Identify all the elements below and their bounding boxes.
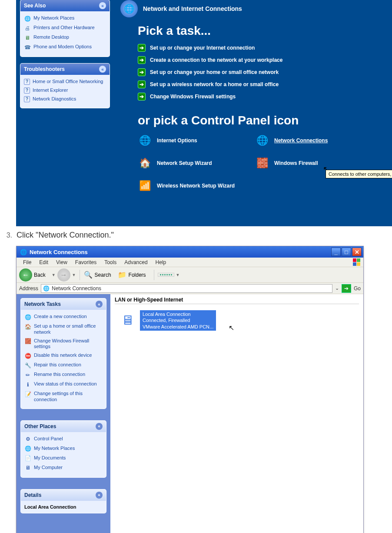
task-setup-home-office[interactable]: 🏠Set up a home or small office network — [24, 322, 103, 337]
other-places-header[interactable]: Other Places « — [21, 421, 106, 432]
home-network-icon: 🏠 — [24, 323, 31, 330]
settings-icon: 📝 — [24, 391, 31, 398]
menu-tools[interactable]: Tools — [100, 258, 120, 266]
control-panel-icons: 🌐Internet Options 🌐Network Connections 🏠… — [138, 134, 388, 193]
task-disable-device[interactable]: ⛔Disable this network device — [24, 351, 103, 361]
cp-internet-options[interactable]: 🌐Internet Options — [138, 134, 242, 147]
connection-item[interactable]: 🖥 Local Area Connection Connected, Firew… — [119, 310, 228, 331]
cp-windows-firewall[interactable]: 🧱Windows Firewall — [255, 156, 359, 170]
place-control-panel[interactable]: ⚙Control Panel — [24, 435, 103, 444]
link-home-office-networking[interactable]: ?Home or Small Office Networking — [24, 77, 106, 86]
task-home-office-network[interactable]: ➔Set up or change your home or small off… — [138, 68, 388, 76]
search-icon[interactable]: 🔍 — [83, 270, 93, 280]
connections-area[interactable]: LAN or High-Speed Internet 🖥 Local Area … — [110, 294, 363, 533]
window-title: Network Connections — [30, 249, 88, 255]
collapse-icon[interactable]: « — [96, 423, 103, 430]
menu-file[interactable]: File — [19, 258, 35, 266]
task-change-settings[interactable]: 📝Change settings of this connection — [24, 389, 103, 404]
link-printers-hardware[interactable]: 🖨Printers and Other Hardware — [24, 23, 106, 33]
menu-view[interactable]: View — [52, 258, 71, 266]
repair-icon: 🔧 — [24, 362, 31, 369]
address-bar: Address 🌐 Network Connections ⌄ ➔ Go — [17, 283, 363, 294]
step-number: 3. — [0, 231, 12, 239]
menubar: File Edit View Favorites Tools Advanced … — [17, 258, 363, 267]
menu-help[interactable]: Help — [152, 258, 170, 266]
or-pick-heading: or pick a Control Panel icon — [138, 114, 388, 127]
category-title: Network and Internet Connections — [143, 5, 242, 12]
task-repair-connection[interactable]: 🔧Repair this connection — [24, 361, 103, 370]
address-dropdown-icon[interactable]: ⌄ — [335, 285, 339, 291]
task-workplace-connection[interactable]: ➔Create a connection to the network at y… — [138, 56, 388, 64]
views-button[interactable] — [158, 273, 174, 277]
search-label[interactable]: Search — [95, 272, 111, 278]
troubleshooters-header[interactable]: Troubleshooters « — [20, 64, 110, 75]
forward-dropdown-icon[interactable]: ▼ — [72, 273, 76, 277]
phone-icon: ☎ — [24, 44, 31, 51]
back-dropdown-icon[interactable]: ▼ — [52, 273, 56, 277]
task-rename-connection[interactable]: ✏Rename this connection — [24, 370, 103, 380]
collapse-icon[interactable]: « — [99, 66, 106, 73]
link-network-diagnostics[interactable]: ?Network Diagnostics — [24, 95, 106, 104]
troubleshooters-title: Troubleshooters — [24, 66, 65, 72]
views-dropdown-icon[interactable]: ▼ — [176, 273, 180, 277]
titlebar[interactable]: 🌐 Network Connections _ □ ✕ — [17, 246, 363, 258]
address-label: Address — [19, 285, 38, 292]
network-tasks-header[interactable]: Network Tasks « — [21, 298, 106, 310]
cp-wireless-wizard[interactable]: 📶Wireless Network Setup Wizard — [138, 179, 242, 193]
close-button[interactable]: ✕ — [352, 248, 362, 256]
menu-edit[interactable]: Edit — [35, 258, 52, 266]
maximize-button[interactable]: □ — [342, 248, 351, 256]
arrow-icon: ➔ — [138, 80, 146, 88]
cp-network-connections[interactable]: 🌐Network Connections — [255, 134, 359, 147]
address-field[interactable]: 🌐 Network Connections — [41, 284, 332, 293]
cp-network-setup-wizard[interactable]: 🏠Network Setup Wizard — [138, 156, 242, 170]
task-wireless-network[interactable]: ➔Set up a wireless network for a home or… — [138, 80, 388, 88]
folders-label[interactable]: Folders — [129, 272, 146, 278]
place-my-network-places[interactable]: 🌐My Network Places — [24, 444, 103, 454]
step-text: Click "Network Connection." — [17, 231, 114, 240]
address-value: Network Connections — [52, 285, 101, 292]
collapse-icon[interactable]: « — [96, 301, 103, 308]
help-icon: ? — [24, 79, 30, 85]
connection-status: Connected, Firewalled — [143, 317, 213, 323]
address-icon: 🌐 — [43, 285, 50, 292]
link-my-network-places[interactable]: 🌐My Network Places — [24, 14, 106, 23]
connection-selected-label: Local Area Connection Connected, Firewal… — [140, 310, 216, 331]
network-setup-wizard-icon: 🏠 — [138, 156, 152, 170]
internet-options-icon: 🌐 — [138, 134, 152, 147]
network-places-icon: 🌐 — [24, 446, 31, 453]
folders-icon[interactable]: 📁 — [117, 270, 127, 280]
collapse-icon[interactable]: « — [99, 2, 106, 9]
collapse-icon[interactable]: « — [96, 492, 103, 499]
link-remote-desktop[interactable]: 🖥Remote Desktop — [24, 33, 106, 43]
task-setup-internet[interactable]: ➔Set up or change your Internet connecti… — [138, 44, 388, 52]
place-my-computer[interactable]: 🖥My Computer — [24, 463, 103, 473]
see-also-header[interactable]: See Also « — [20, 0, 110, 11]
task-view-status[interactable]: ℹView status of this connection — [24, 380, 103, 389]
printer-icon: 🖨 — [24, 25, 31, 32]
minimize-button[interactable]: _ — [331, 248, 341, 256]
network-connections-icon: 🌐 — [255, 134, 269, 147]
task-firewall-settings[interactable]: ➔Change Windows Firewall settings — [138, 93, 388, 101]
details-title: Details — [24, 492, 41, 498]
go-button[interactable]: ➔ — [342, 284, 351, 293]
place-my-documents[interactable]: 📄My Documents — [24, 454, 103, 463]
task-create-connection[interactable]: 🌐Create a new connection — [24, 312, 103, 322]
details-panel: Details « Local Area Connection — [21, 489, 106, 513]
lan-connection-icon: 🖥 — [119, 312, 136, 329]
details-header[interactable]: Details « — [21, 489, 106, 501]
task-list: ➔Set up or change your Internet connecti… — [138, 44, 388, 101]
control-panel-icon: ⚙ — [24, 436, 31, 443]
link-phone-modem[interactable]: ☎Phone and Modem Options — [24, 43, 106, 52]
link-internet-explorer[interactable]: ?Internet Explorer — [24, 86, 106, 95]
other-places-title: Other Places — [24, 423, 56, 429]
network-tasks-title: Network Tasks — [24, 301, 61, 307]
pick-a-task-heading: Pick a task... — [138, 24, 388, 38]
cursor-icon: ↖ — [229, 324, 234, 332]
forward-button[interactable]: → — [57, 268, 70, 282]
menu-favorites[interactable]: Favorites — [71, 258, 100, 266]
task-change-firewall[interactable]: 🧱Change Windows Firewall settings — [24, 337, 103, 352]
back-button[interactable]: ← — [19, 268, 32, 282]
connection-device: VMware Accelerated AMD PCN... — [143, 324, 213, 330]
menu-advanced[interactable]: Advanced — [120, 258, 151, 266]
